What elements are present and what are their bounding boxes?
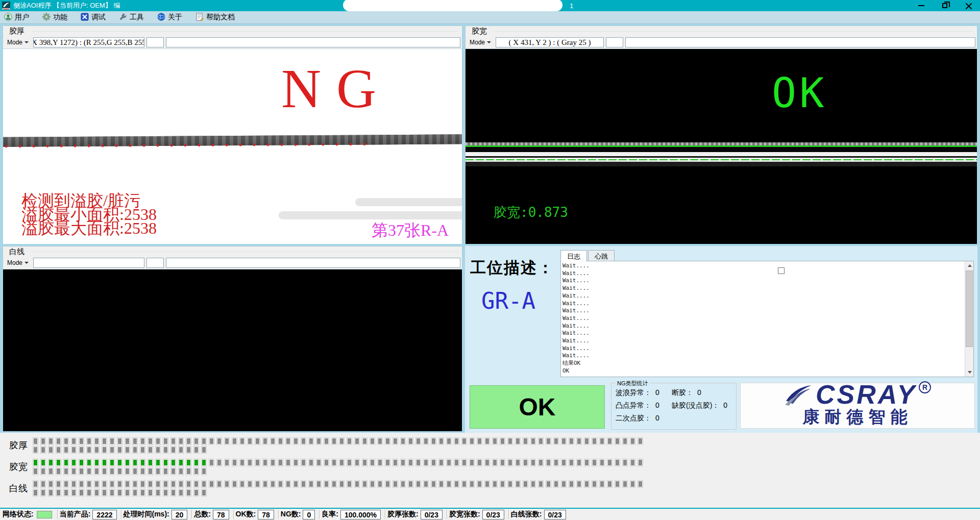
indicator-cell-off [370,480,375,488]
station-description-label: 工位描述： [470,257,554,279]
indicator-cell-off [331,480,337,488]
indicator-cell-off [515,459,521,466]
indicator-cell-on [201,459,207,466]
indicator-cell-off [163,467,168,475]
log-line: Wait.... [562,345,973,353]
indicator-cell-off [507,459,513,466]
menu-about[interactable]: 关于 [157,13,182,22]
ng-stat-value: 0 [655,414,667,423]
minimize-button[interactable] [910,0,933,11]
overall-result-button[interactable]: OK [470,385,605,429]
scrollbar-thumb[interactable] [966,270,973,347]
indicator-cell-off [125,489,130,497]
tools-icon [119,13,127,22]
image-view-glue-width[interactable]: OK 胶宽:0.873 [465,48,977,244]
indicator-cell-off [79,467,84,475]
indicator-cell-off [170,446,176,454]
indicator-cell-off [347,480,352,488]
indicator-cell-off [377,459,383,466]
image-view-glue-thickness[interactable]: NG 检测到溢胶/脏污 溢胶最小面积:2538 溢胶最大面积:2538 第37张… [3,48,462,244]
log-line: Wait.... [562,337,973,345]
indicator-cell-off [178,480,184,488]
indicator-group-胶宽: 胶宽 [0,459,980,475]
menu-user[interactable]: 用户 [4,13,29,22]
menu-function[interactable]: 功能 [42,13,67,22]
close-button[interactable] [957,0,980,11]
log-scrollbar[interactable] [965,261,973,377]
indicator-cell-off [438,459,444,466]
indicator-cell-off [48,437,54,445]
indicator-cell-off [431,480,436,488]
indicator-cell-off [94,480,100,488]
restore-button[interactable] [933,0,957,11]
status-value: 20 [172,510,188,519]
tab-heartbeat[interactable]: 心跳 [588,250,615,261]
indicator-cell-off [469,480,475,488]
indicator-cell-off [638,437,643,445]
indicator-cell-off [232,480,237,488]
status-separator [278,510,279,519]
indicator-row [33,459,645,466]
menu-debug[interactable]: 调试 [81,13,106,22]
indicator-cell-off [163,446,168,454]
indicator-cell-off [79,446,84,454]
menu-tools[interactable]: 工具 [119,13,144,22]
indicator-cell-off [584,480,590,488]
indicator-cell-on [155,459,161,466]
scroll-up-icon[interactable] [965,261,974,270]
status-separator [508,510,509,519]
indicator-cell-off [553,437,559,445]
indicator-cell-off [186,437,191,445]
indicator-cell-off [140,489,145,497]
indicator-cell-off [576,480,582,488]
indicator-cell-off [109,480,115,488]
indicator-cell-off [599,459,605,466]
indicator-cell-on [125,459,130,466]
zoom-readout [146,37,164,47]
indicator-cell-off [56,437,61,445]
log-checkbox[interactable] [778,267,785,274]
indicator-cell-off [492,459,498,466]
indicator-cell-off [140,437,145,445]
scroll-down-icon[interactable] [965,368,974,377]
chevron-down-icon [24,262,29,264]
network-status-label: 网络状态: [3,510,34,519]
indicator-cell-off [308,480,314,488]
indicator-cell-off [56,480,61,488]
status-bar: 网络状态: 当前产品:2222处理时间(ms):20总数:78OK数:78NG数… [0,508,980,520]
image-view-white-line[interactable] [3,269,462,431]
tab-log[interactable]: 日志 [560,250,587,262]
indicator-cell-off [163,437,168,445]
indicator-cell-off [170,437,176,445]
title-redaction [343,0,562,11]
mode-dropdown[interactable]: Mode [5,38,31,47]
indicator-cell-off [599,437,605,445]
indicator-cell-off [79,437,84,445]
indicator-cell-off [193,437,199,445]
indicator-cell-off [117,467,122,475]
indicator-cell-off [178,437,184,445]
mode-dropdown[interactable]: Mode [467,38,494,47]
indicator-cell-on [193,459,199,466]
toolbar-glue-thickness: Mode (X 398,Y 1272) : (R 255,G 255,B 255… [3,36,462,48]
info-readout [166,37,460,47]
indicator-cell-off [270,437,276,445]
indicator-cell-off [71,446,77,454]
mode-dropdown[interactable]: Mode [5,258,31,267]
indicator-cell-off [377,480,383,488]
indicator-cell-off [569,459,574,466]
title-bar: 侧涂AOI程序 【当前用户: OEM】 编 1 [0,0,980,11]
indicator-cell-off [347,459,352,466]
indicator-cell-off [117,489,122,497]
menu-help[interactable]: 帮助文档 [195,13,235,22]
indicator-cell-off [431,437,436,445]
log-list[interactable]: Wait....Wait....Wait....Wait....Wait....… [560,261,974,377]
status-separator [191,510,192,519]
toolbar-glue-width: Mode ( X 431, Y 2 ) : ( Gray 25 ) [465,36,977,48]
indicator-cell-off [102,446,107,454]
indicator-cell-off [362,459,368,466]
glue-width-strip-image [465,142,977,166]
status-separator [319,510,320,519]
indicator-cell-off [446,480,452,488]
log-line: Wait.... [562,307,973,315]
